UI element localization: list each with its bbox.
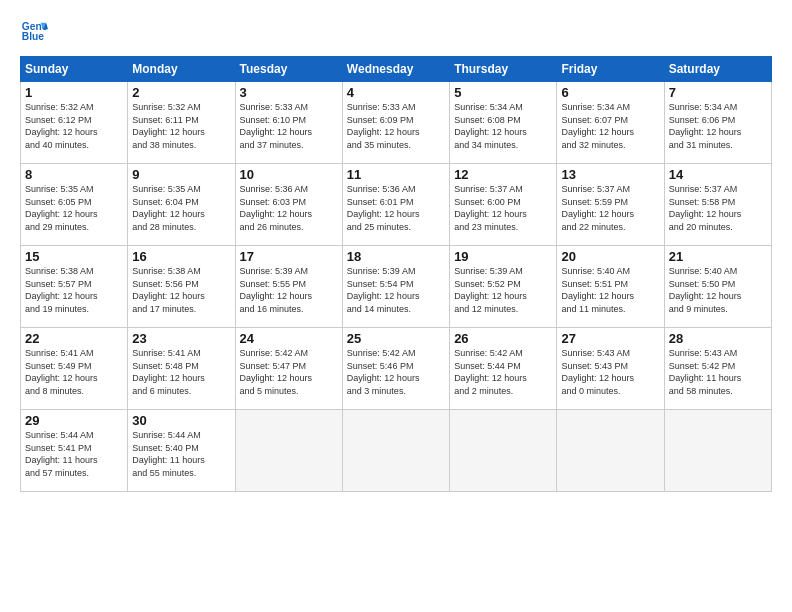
calendar-table: SundayMondayTuesdayWednesdayThursdayFrid… [20, 56, 772, 492]
calendar-cell: 28Sunrise: 5:43 AM Sunset: 5:42 PM Dayli… [664, 328, 771, 410]
calendar-cell: 15Sunrise: 5:38 AM Sunset: 5:57 PM Dayli… [21, 246, 128, 328]
weekday-saturday: Saturday [664, 57, 771, 82]
calendar-cell [664, 410, 771, 492]
calendar-cell: 24Sunrise: 5:42 AM Sunset: 5:47 PM Dayli… [235, 328, 342, 410]
day-info: Sunrise: 5:39 AM Sunset: 5:52 PM Dayligh… [454, 265, 552, 315]
day-info: Sunrise: 5:44 AM Sunset: 5:40 PM Dayligh… [132, 429, 230, 479]
day-info: Sunrise: 5:37 AM Sunset: 6:00 PM Dayligh… [454, 183, 552, 233]
day-number: 22 [25, 331, 123, 346]
day-info: Sunrise: 5:38 AM Sunset: 5:56 PM Dayligh… [132, 265, 230, 315]
calendar-cell: 7Sunrise: 5:34 AM Sunset: 6:06 PM Daylig… [664, 82, 771, 164]
day-number: 11 [347, 167, 445, 182]
calendar-cell: 4Sunrise: 5:33 AM Sunset: 6:09 PM Daylig… [342, 82, 449, 164]
weekday-friday: Friday [557, 57, 664, 82]
day-number: 8 [25, 167, 123, 182]
week-row-4: 22Sunrise: 5:41 AM Sunset: 5:49 PM Dayli… [21, 328, 772, 410]
calendar-cell: 13Sunrise: 5:37 AM Sunset: 5:59 PM Dayli… [557, 164, 664, 246]
day-info: Sunrise: 5:42 AM Sunset: 5:44 PM Dayligh… [454, 347, 552, 397]
day-number: 9 [132, 167, 230, 182]
day-number: 10 [240, 167, 338, 182]
calendar-cell: 8Sunrise: 5:35 AM Sunset: 6:05 PM Daylig… [21, 164, 128, 246]
day-info: Sunrise: 5:42 AM Sunset: 5:46 PM Dayligh… [347, 347, 445, 397]
weekday-tuesday: Tuesday [235, 57, 342, 82]
day-number: 25 [347, 331, 445, 346]
day-info: Sunrise: 5:34 AM Sunset: 6:07 PM Dayligh… [561, 101, 659, 151]
calendar-cell: 17Sunrise: 5:39 AM Sunset: 5:55 PM Dayli… [235, 246, 342, 328]
logo-icon: General Blue [20, 18, 48, 46]
calendar-cell: 5Sunrise: 5:34 AM Sunset: 6:08 PM Daylig… [450, 82, 557, 164]
calendar-cell: 12Sunrise: 5:37 AM Sunset: 6:00 PM Dayli… [450, 164, 557, 246]
calendar-cell: 21Sunrise: 5:40 AM Sunset: 5:50 PM Dayli… [664, 246, 771, 328]
week-row-2: 8Sunrise: 5:35 AM Sunset: 6:05 PM Daylig… [21, 164, 772, 246]
day-info: Sunrise: 5:34 AM Sunset: 6:08 PM Dayligh… [454, 101, 552, 151]
day-info: Sunrise: 5:42 AM Sunset: 5:47 PM Dayligh… [240, 347, 338, 397]
calendar-cell [235, 410, 342, 492]
calendar-cell: 10Sunrise: 5:36 AM Sunset: 6:03 PM Dayli… [235, 164, 342, 246]
calendar-cell: 22Sunrise: 5:41 AM Sunset: 5:49 PM Dayli… [21, 328, 128, 410]
day-info: Sunrise: 5:41 AM Sunset: 5:48 PM Dayligh… [132, 347, 230, 397]
day-info: Sunrise: 5:38 AM Sunset: 5:57 PM Dayligh… [25, 265, 123, 315]
weekday-wednesday: Wednesday [342, 57, 449, 82]
calendar-cell: 14Sunrise: 5:37 AM Sunset: 5:58 PM Dayli… [664, 164, 771, 246]
day-number: 29 [25, 413, 123, 428]
day-info: Sunrise: 5:39 AM Sunset: 5:54 PM Dayligh… [347, 265, 445, 315]
day-number: 18 [347, 249, 445, 264]
day-info: Sunrise: 5:34 AM Sunset: 6:06 PM Dayligh… [669, 101, 767, 151]
day-number: 17 [240, 249, 338, 264]
day-info: Sunrise: 5:36 AM Sunset: 6:01 PM Dayligh… [347, 183, 445, 233]
day-number: 14 [669, 167, 767, 182]
day-number: 27 [561, 331, 659, 346]
day-info: Sunrise: 5:33 AM Sunset: 6:09 PM Dayligh… [347, 101, 445, 151]
day-info: Sunrise: 5:37 AM Sunset: 5:58 PM Dayligh… [669, 183, 767, 233]
day-info: Sunrise: 5:43 AM Sunset: 5:42 PM Dayligh… [669, 347, 767, 397]
calendar-cell [342, 410, 449, 492]
day-info: Sunrise: 5:32 AM Sunset: 6:12 PM Dayligh… [25, 101, 123, 151]
calendar-cell: 23Sunrise: 5:41 AM Sunset: 5:48 PM Dayli… [128, 328, 235, 410]
day-number: 16 [132, 249, 230, 264]
day-number: 5 [454, 85, 552, 100]
calendar-cell: 9Sunrise: 5:35 AM Sunset: 6:04 PM Daylig… [128, 164, 235, 246]
calendar-cell [557, 410, 664, 492]
day-info: Sunrise: 5:40 AM Sunset: 5:50 PM Dayligh… [669, 265, 767, 315]
day-info: Sunrise: 5:43 AM Sunset: 5:43 PM Dayligh… [561, 347, 659, 397]
calendar-cell: 29Sunrise: 5:44 AM Sunset: 5:41 PM Dayli… [21, 410, 128, 492]
day-number: 24 [240, 331, 338, 346]
day-number: 26 [454, 331, 552, 346]
day-number: 4 [347, 85, 445, 100]
week-row-5: 29Sunrise: 5:44 AM Sunset: 5:41 PM Dayli… [21, 410, 772, 492]
weekday-sunday: Sunday [21, 57, 128, 82]
calendar-cell: 27Sunrise: 5:43 AM Sunset: 5:43 PM Dayli… [557, 328, 664, 410]
calendar-cell: 18Sunrise: 5:39 AM Sunset: 5:54 PM Dayli… [342, 246, 449, 328]
calendar-cell [450, 410, 557, 492]
day-info: Sunrise: 5:39 AM Sunset: 5:55 PM Dayligh… [240, 265, 338, 315]
calendar-cell: 6Sunrise: 5:34 AM Sunset: 6:07 PM Daylig… [557, 82, 664, 164]
day-info: Sunrise: 5:35 AM Sunset: 6:04 PM Dayligh… [132, 183, 230, 233]
day-number: 15 [25, 249, 123, 264]
day-number: 20 [561, 249, 659, 264]
calendar-cell: 1Sunrise: 5:32 AM Sunset: 6:12 PM Daylig… [21, 82, 128, 164]
day-info: Sunrise: 5:36 AM Sunset: 6:03 PM Dayligh… [240, 183, 338, 233]
weekday-monday: Monday [128, 57, 235, 82]
week-row-1: 1Sunrise: 5:32 AM Sunset: 6:12 PM Daylig… [21, 82, 772, 164]
day-info: Sunrise: 5:41 AM Sunset: 5:49 PM Dayligh… [25, 347, 123, 397]
logo: General Blue [20, 18, 52, 46]
svg-text:Blue: Blue [22, 31, 45, 42]
weekday-header-row: SundayMondayTuesdayWednesdayThursdayFrid… [21, 57, 772, 82]
day-number: 3 [240, 85, 338, 100]
day-info: Sunrise: 5:35 AM Sunset: 6:05 PM Dayligh… [25, 183, 123, 233]
day-number: 7 [669, 85, 767, 100]
day-number: 28 [669, 331, 767, 346]
day-number: 13 [561, 167, 659, 182]
calendar-cell: 2Sunrise: 5:32 AM Sunset: 6:11 PM Daylig… [128, 82, 235, 164]
day-number: 19 [454, 249, 552, 264]
week-row-3: 15Sunrise: 5:38 AM Sunset: 5:57 PM Dayli… [21, 246, 772, 328]
day-number: 2 [132, 85, 230, 100]
page: General Blue SundayMondayTuesdayWednesda… [0, 0, 792, 612]
day-info: Sunrise: 5:40 AM Sunset: 5:51 PM Dayligh… [561, 265, 659, 315]
day-number: 21 [669, 249, 767, 264]
calendar-cell: 20Sunrise: 5:40 AM Sunset: 5:51 PM Dayli… [557, 246, 664, 328]
day-info: Sunrise: 5:44 AM Sunset: 5:41 PM Dayligh… [25, 429, 123, 479]
calendar-cell: 19Sunrise: 5:39 AM Sunset: 5:52 PM Dayli… [450, 246, 557, 328]
calendar-cell: 3Sunrise: 5:33 AM Sunset: 6:10 PM Daylig… [235, 82, 342, 164]
day-number: 23 [132, 331, 230, 346]
